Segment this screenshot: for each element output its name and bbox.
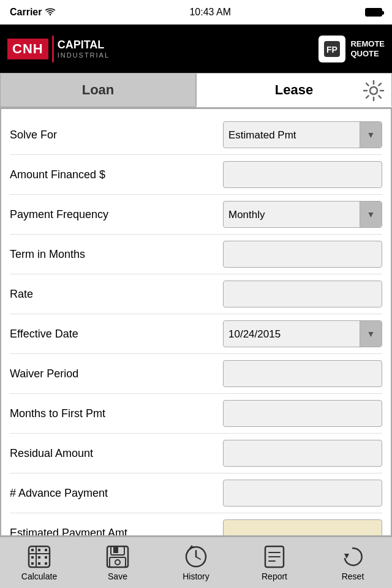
payment-frequency-label: Payment Frequency <box>10 208 206 221</box>
solve-for-dropdown[interactable]: Estimated Pmt Amount Financed Term Rate <box>223 121 382 148</box>
header-bar: CNH CAPITAL INDUSTRIAL FP REMOTE QUOTE <box>0 24 392 74</box>
rate-label: Rate <box>10 288 206 301</box>
residual-amount-label: Residual Amount <box>10 447 206 460</box>
nav-report[interactable]: Report <box>244 545 305 581</box>
remote-quote-area: FP REMOTE QUOTE <box>318 36 385 62</box>
tab-loan[interactable]: Loan <box>0 73 196 107</box>
settings-button[interactable] <box>361 78 386 103</box>
svg-rect-7 <box>38 549 40 551</box>
payment-frequency-row: Payment Frequency Monthly Weekly Bi-Week… <box>10 195 382 235</box>
remote-quote-text: REMOTE QUOTE <box>350 39 385 58</box>
svg-rect-11 <box>45 556 47 559</box>
nav-calculate[interactable]: Calculate <box>9 545 70 581</box>
svg-rect-12 <box>31 562 34 565</box>
estimated-payment-row: Estimated Payment Amt <box>10 513 382 537</box>
amount-financed-label: Amount Financed $ <box>10 168 206 181</box>
save-label: Save <box>108 571 127 581</box>
payment-frequency-dropdown[interactable]: Monthly Weekly Bi-Weekly Semi-Monthly <box>223 201 382 228</box>
advance-payment-input[interactable] <box>223 480 382 507</box>
svg-line-22 <box>196 557 200 559</box>
waiver-period-input[interactable] <box>223 360 382 387</box>
bottom-nav: Calculate Save History <box>0 537 392 588</box>
svg-rect-8 <box>45 549 47 551</box>
wifi-icon <box>45 8 55 17</box>
calculate-icon <box>27 545 51 569</box>
months-to-first-pmt-row: Months to First Pmt <box>10 394 382 434</box>
solve-for-row: Solve For Estimated Pmt Amount Financed … <box>10 115 382 155</box>
svg-rect-6 <box>31 549 34 551</box>
term-in-months-label: Term in Months <box>10 248 206 261</box>
status-bar: Carrier 10:43 AM <box>0 0 392 24</box>
logo-separator <box>52 36 54 62</box>
save-icon <box>105 545 130 569</box>
battery-icon <box>365 8 382 17</box>
cnh-box: CNH <box>7 39 48 59</box>
advance-payment-label: # Advance Payment <box>10 487 206 500</box>
effective-date-label: Effective Date <box>10 328 206 341</box>
history-icon <box>184 545 208 569</box>
nav-save[interactable]: Save <box>87 545 148 581</box>
svg-rect-18 <box>110 557 126 567</box>
nav-history[interactable]: History <box>165 545 227 581</box>
term-in-months-input[interactable] <box>223 241 382 268</box>
svg-point-2 <box>370 87 377 94</box>
waiver-period-row: Waiver Period <box>10 354 382 394</box>
term-in-months-row: Term in Months <box>10 235 382 274</box>
residual-amount-input[interactable] <box>223 440 382 467</box>
months-to-first-pmt-input[interactable] <box>223 400 382 427</box>
history-label: History <box>183 571 209 581</box>
effective-date-dropdown[interactable]: 10/24/2015 <box>223 320 382 347</box>
effective-date-row: Effective Date 10/24/2015 <box>10 314 382 354</box>
cnh-logo: CNH CAPITAL INDUSTRIAL <box>7 36 110 62</box>
remote-quote-icon: FP <box>318 36 345 62</box>
amount-financed-row: Amount Financed $ <box>10 155 382 195</box>
cnh-text-block: CAPITAL INDUSTRIAL <box>58 39 110 60</box>
cnh-logo-area: CNH CAPITAL INDUSTRIAL <box>7 36 110 62</box>
solve-for-label: Solve For <box>10 129 206 141</box>
amount-financed-input[interactable] <box>223 161 382 188</box>
svg-text:FP: FP <box>326 45 337 55</box>
waiver-period-label: Waiver Period <box>10 368 206 380</box>
svg-rect-13 <box>38 562 40 565</box>
svg-rect-14 <box>45 562 47 565</box>
report-icon <box>262 545 287 569</box>
industrial-label: INDUSTRIAL <box>58 51 110 59</box>
tab-bar: Loan Lease <box>0 74 392 108</box>
effective-date-select[interactable]: 10/24/2015 <box>224 321 382 347</box>
rate-row: Rate <box>10 274 382 314</box>
main-content: Solve For Estimated Pmt Amount Financed … <box>0 108 392 537</box>
gear-icon <box>363 80 385 102</box>
months-to-first-pmt-label: Months to First Pmt <box>10 407 206 420</box>
estimated-payment-input[interactable] <box>223 519 382 537</box>
svg-rect-17 <box>113 547 118 553</box>
capital-label: CAPITAL <box>58 39 110 52</box>
solve-for-select[interactable]: Estimated Pmt Amount Financed Term Rate <box>224 122 382 148</box>
time-display: 10:43 AM <box>189 7 231 18</box>
report-label: Report <box>262 571 287 581</box>
reset-label: Reset <box>342 571 364 581</box>
calculate-label: Calculate <box>21 571 57 581</box>
svg-rect-10 <box>38 556 40 559</box>
nav-reset[interactable]: Reset <box>322 545 383 581</box>
fp-icon: FP <box>323 40 341 58</box>
rate-input[interactable] <box>223 281 382 307</box>
svg-rect-9 <box>31 556 34 559</box>
carrier-text: Carrier <box>10 7 55 18</box>
reset-icon <box>341 545 365 569</box>
payment-frequency-select[interactable]: Monthly Weekly Bi-Weekly Semi-Monthly <box>224 202 382 227</box>
advance-payment-row: # Advance Payment <box>10 473 382 513</box>
svg-point-19 <box>115 560 120 565</box>
residual-amount-row: Residual Amount <box>10 434 382 473</box>
estimated-payment-label: Estimated Payment Amt <box>10 527 206 537</box>
